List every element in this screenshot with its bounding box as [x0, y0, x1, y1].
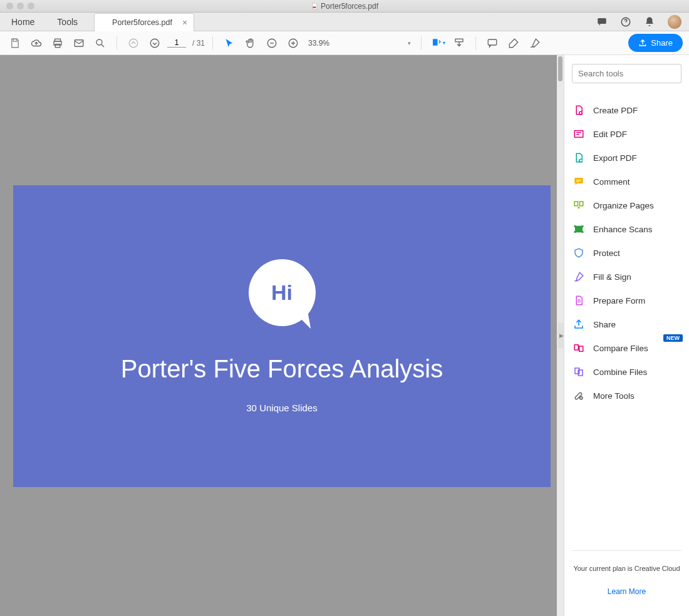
fit-page-button[interactable]: ▾ — [429, 34, 447, 52]
enhance-icon — [573, 223, 584, 235]
combine-icon — [573, 366, 584, 377]
cloud-upload-button[interactable] — [28, 34, 45, 52]
tool-combine-files[interactable]: Combine Files — [572, 360, 681, 384]
chat-icon[interactable] — [596, 16, 608, 28]
share-button[interactable]: Share — [628, 34, 683, 52]
tool-create-pdf[interactable]: Create PDF — [572, 98, 681, 122]
tool-label: Organize Pages — [593, 201, 654, 210]
separator — [117, 36, 117, 50]
hand-tool-button[interactable] — [242, 34, 259, 52]
page-down-button[interactable] — [146, 34, 163, 52]
print-button[interactable] — [49, 34, 66, 52]
compare-icon — [573, 342, 584, 354]
tool-comment[interactable]: Comment — [572, 170, 681, 193]
new-badge: NEW — [663, 334, 683, 342]
tool-label: Create PDF — [593, 106, 638, 115]
tab-bar: Home Tools Porter5forces.pdf × — [0, 13, 689, 31]
tab-document-label: Porter5forces.pdf — [112, 18, 172, 27]
svg-rect-13 — [433, 39, 438, 46]
user-avatar[interactable] — [668, 15, 681, 29]
minimize-window-button[interactable] — [17, 3, 24, 9]
tool-prepare-form[interactable]: Prepare Form — [572, 289, 681, 312]
tool-label: Prepare Form — [593, 296, 645, 305]
prepare-form-icon — [573, 295, 584, 306]
page-number-input[interactable] — [167, 38, 186, 48]
tool-label: Share — [593, 320, 616, 329]
tool-label: Edit PDF — [593, 130, 627, 139]
tool-label: Comment — [593, 177, 630, 187]
close-window-button[interactable] — [6, 3, 13, 9]
search-button[interactable] — [91, 34, 109, 52]
more-tools-icon — [573, 390, 584, 401]
tool-label: Compare Files — [593, 344, 648, 353]
svg-rect-1 — [598, 18, 606, 24]
search-tools-input[interactable] — [572, 64, 681, 83]
separator — [475, 36, 476, 50]
learn-more-link[interactable]: Learn More — [572, 587, 681, 607]
svg-rect-24 — [579, 346, 583, 351]
tool-label: Protect — [593, 249, 620, 258]
maximize-window-button[interactable] — [28, 3, 34, 9]
plan-info-text: Your current plan is Creative Cloud — [572, 565, 681, 572]
tab-tools[interactable]: Tools — [46, 13, 89, 31]
comment-tool-button[interactable] — [484, 34, 501, 52]
select-tool-button[interactable] — [220, 34, 238, 52]
page-total-label: / 31 — [192, 39, 205, 48]
organize-icon — [573, 200, 584, 211]
bell-icon[interactable] — [644, 16, 655, 28]
document-viewport[interactable]: Hi Porter's Five Forces Analysis 30 Uniq… — [0, 55, 564, 616]
help-icon[interactable] — [620, 16, 631, 28]
pdf-file-icon — [311, 3, 318, 10]
svg-rect-0 — [313, 6, 316, 8]
tool-enhance-scans[interactable]: Enhance Scans — [572, 217, 681, 241]
speech-bubble-icon: Hi — [249, 259, 316, 326]
highlight-tool-button[interactable] — [505, 34, 522, 52]
tool-more-tools[interactable]: More Tools — [572, 384, 681, 408]
tool-label: More Tools — [593, 391, 635, 401]
tool-fill-sign[interactable]: Fill & Sign — [572, 265, 681, 289]
tool-label: Combine Files — [593, 367, 647, 377]
sign-tool-button[interactable] — [526, 34, 544, 52]
zoom-out-button[interactable] — [263, 34, 281, 52]
svg-rect-23 — [574, 345, 578, 350]
tool-edit-pdf[interactable]: Edit PDF — [572, 122, 681, 146]
svg-rect-20 — [574, 202, 578, 206]
tab-document[interactable]: Porter5forces.pdf × — [94, 13, 194, 31]
fill-sign-icon — [573, 271, 584, 282]
scrollbar-thumb[interactable] — [558, 56, 562, 81]
page-up-button[interactable] — [125, 34, 142, 52]
create-pdf-icon — [573, 105, 584, 116]
separator — [212, 36, 213, 50]
separator — [421, 36, 422, 50]
toolbar: / 31 ▾ Share — [0, 31, 689, 55]
comment-icon — [573, 176, 584, 187]
page-display-button[interactable] — [450, 34, 468, 52]
protect-icon — [573, 247, 584, 259]
svg-rect-21 — [580, 202, 583, 206]
tab-home[interactable]: Home — [0, 13, 46, 31]
window-titlebar: Porter5forces.pdf — [0, 0, 689, 13]
slide-title: Porter's Five Forces Analysis — [121, 354, 443, 384]
zoom-level-select[interactable] — [306, 36, 413, 50]
svg-rect-6 — [55, 44, 60, 47]
save-button[interactable] — [6, 34, 24, 52]
tool-protect[interactable]: Protect — [572, 241, 681, 265]
svg-rect-15 — [488, 39, 497, 45]
tool-share[interactable]: Share — [572, 312, 681, 336]
svg-rect-22 — [576, 227, 583, 232]
tools-sidebar: ▶ Create PDF Edit PDF Export PDF Comment… — [564, 55, 689, 616]
share-tool-icon — [573, 319, 584, 330]
tool-organize-pages[interactable]: Organize Pages — [572, 193, 681, 217]
svg-rect-19 — [574, 178, 583, 183]
tool-export-pdf[interactable]: Export PDF — [572, 146, 681, 170]
tab-close-button[interactable]: × — [182, 18, 187, 28]
zoom-in-button[interactable] — [284, 34, 302, 52]
svg-point-8 — [96, 39, 102, 45]
tool-compare-files[interactable]: Compare Files NEW — [572, 336, 681, 360]
svg-point-9 — [129, 39, 138, 48]
right-panel-toggle[interactable]: ▶ — [558, 323, 564, 348]
email-button[interactable] — [70, 34, 88, 52]
share-icon — [638, 39, 647, 48]
tool-label: Fill & Sign — [593, 272, 631, 282]
tool-label: Export PDF — [593, 153, 637, 163]
